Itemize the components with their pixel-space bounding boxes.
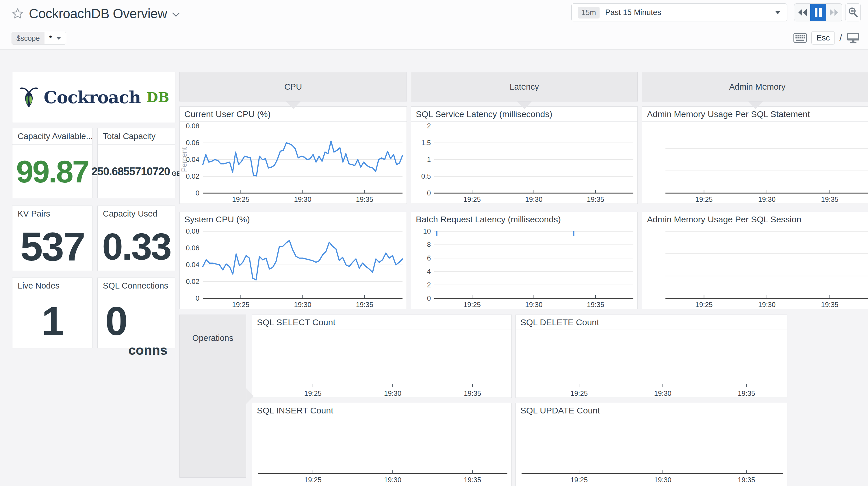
group-notch-cpu [286,102,301,109]
chart-plot-area[interactable]: 19:2519:3019:35 [516,330,787,398]
stat-value: 99.87 [16,153,88,190]
svg-text:19:25: 19:25 [304,476,321,484]
svg-text:0: 0 [196,294,199,302]
stat-card-kv-pairs[interactable]: KV Pairs 537 [12,205,92,271]
caret-down-icon [56,37,61,39]
group-label: CPU [284,82,302,92]
favorite-star-icon[interactable] [11,7,24,20]
svg-text:19:35: 19:35 [464,390,481,397]
svg-text:0.06: 0.06 [186,139,199,147]
svg-text:0.02: 0.02 [186,278,199,285]
esc-key-button[interactable]: Esc [811,31,835,45]
page-header: CockroachDB Overview 15m Past 15 Minutes [0,0,868,50]
chart-card-sql-delete-count[interactable]: SQL DELETE Count 19:2519:3019:35 [516,315,787,398]
stat-title: Capacity Available... [12,128,92,145]
svg-text:19:35: 19:35 [738,476,755,484]
svg-text:19:25: 19:25 [695,301,713,309]
rewind-button[interactable] [794,4,810,21]
svg-text:19:25: 19:25 [463,195,481,203]
stat-card-capacity-used[interactable]: Capacity Used 0.33 [97,205,176,271]
rewind-icon [797,8,808,17]
svg-text:10: 10 [423,227,431,235]
svg-text:6: 6 [427,254,431,262]
svg-text:19:35: 19:35 [738,390,755,397]
chart-plot-area[interactable]: 00.020.040.060.0819:2519:3019:35Percent [180,122,407,203]
time-range-picker[interactable]: 15m Past 15 Minutes [571,3,787,21]
svg-text:0.04: 0.04 [186,261,199,268]
stat-title: Live Nodes [12,278,92,294]
chart-title: SQL DELETE Count [516,315,787,330]
keyboard-icon[interactable] [794,33,807,43]
title-chevron-down-icon[interactable] [172,12,180,17]
svg-text:19:25: 19:25 [232,301,249,309]
chart-card-sql-update-count[interactable]: SQL UPDATE Count 19:2519:3019:35 [516,403,787,486]
zoom-out-icon [848,7,858,18]
group-notch-latency [517,102,532,109]
chart-title: Admin Memory Usage Per SQL Session [642,212,868,227]
stat-card-capacity-available[interactable]: Capacity Available... 99.87 [12,128,92,198]
dashboard-title-row: CockroachDB Overview [11,4,180,23]
caret-down-icon [775,11,781,14]
group-label: Admin Memory [729,82,786,92]
svg-text:19:30: 19:30 [525,195,542,203]
forward-button[interactable] [826,4,842,21]
chart-card-sql-insert-count[interactable]: SQL INSERT Count 19:2519:3019:35 [252,403,512,486]
group-header-cpu[interactable]: CPU [180,72,407,102]
stat-title: SQL Connections [98,278,175,294]
page-title: CockroachDB Overview [29,6,167,21]
chart-card-current-user-cpu[interactable]: Current User CPU (%) 00.020.040.060.0819… [180,106,407,204]
pause-button[interactable] [810,4,826,21]
cockroachdb-logo-icon [18,85,39,110]
svg-text:19:30: 19:30 [294,301,311,309]
stat-card-total-capacity[interactable]: Total Capacity 250.6855710720 GB [97,128,176,198]
group-header-operations[interactable]: Operations [180,315,246,478]
scope-template-variable[interactable]: $scope * [11,32,66,45]
svg-text:1: 1 [427,155,431,163]
chart-plot-area[interactable]: 00.511.5219:2519:3019:35 [411,122,638,203]
chart-plot-area[interactable]: 19:2519:3019:35 [642,122,868,203]
chart-plot-area[interactable]: 19:2519:3019:35 [642,227,868,309]
svg-text:19:25: 19:25 [570,476,588,484]
chart-title: SQL UPDATE Count [516,403,787,418]
svg-text:19:25: 19:25 [304,390,321,397]
chart-card-batch-request-latency[interactable]: Batch Request Latency (milliseconds) 024… [411,211,638,309]
svg-text:0: 0 [196,189,199,197]
stat-value: 0.33 [102,225,170,268]
slash-separator: / [839,33,842,44]
stat-card-sql-connections[interactable]: SQL Connections 0 conns [97,278,176,348]
cockroachdb-logo-card: Cockroach DB [12,72,176,123]
chart-plot-area[interactable]: 024681019:2519:3019:35 [411,227,638,309]
group-notch-admin-memory [748,102,763,109]
chart-plot-area[interactable]: 19:2519:3019:35 [252,418,512,486]
stat-value: 1 [41,298,63,345]
chart-plot-area[interactable]: 19:2519:3019:35 [252,330,512,398]
stat-value: 537 [20,223,84,270]
svg-text:19:25: 19:25 [463,301,481,309]
chart-card-admin-memory-statement[interactable]: Admin Memory Usage Per SQL Statement 19:… [642,106,868,204]
chart-plot-area[interactable]: 19:2519:3019:35 [516,418,787,486]
svg-text:1.5: 1.5 [421,139,431,147]
fast-forward-icon [829,8,839,17]
svg-text:19:35: 19:35 [356,195,373,203]
svg-text:19:35: 19:35 [821,195,839,203]
group-header-latency[interactable]: Latency [411,72,638,102]
fullscreen-monitor-icon[interactable] [847,32,860,44]
svg-text:19:25: 19:25 [570,390,588,397]
stat-card-live-nodes[interactable]: Live Nodes 1 [12,278,92,348]
svg-text:8: 8 [427,240,431,248]
chart-card-sql-service-latency[interactable]: SQL Service Latency (milliseconds) 00.51… [411,106,638,204]
chart-card-admin-memory-session[interactable]: Admin Memory Usage Per SQL Session 19:25… [642,211,868,309]
group-label: Operations [180,333,246,343]
group-header-admin-memory[interactable]: Admin Memory [642,72,868,102]
pause-icon [814,8,823,17]
svg-text:0: 0 [427,189,431,197]
chart-plot-area[interactable]: 00.020.040.060.0819:2519:3019:35 [180,227,407,309]
svg-text:0.02: 0.02 [186,172,199,180]
keyboard-shortcut-hints: Esc / [794,31,860,45]
svg-text:19:35: 19:35 [587,195,604,203]
group-label: Latency [510,82,539,92]
chart-card-sql-select-count[interactable]: SQL SELECT Count 19:2519:3019:35 [252,315,512,398]
time-range-badge: 15m [578,7,599,19]
chart-card-system-cpu[interactable]: System CPU (%) 00.020.040.060.0819:2519:… [180,211,407,309]
zoom-out-button[interactable] [845,3,861,21]
